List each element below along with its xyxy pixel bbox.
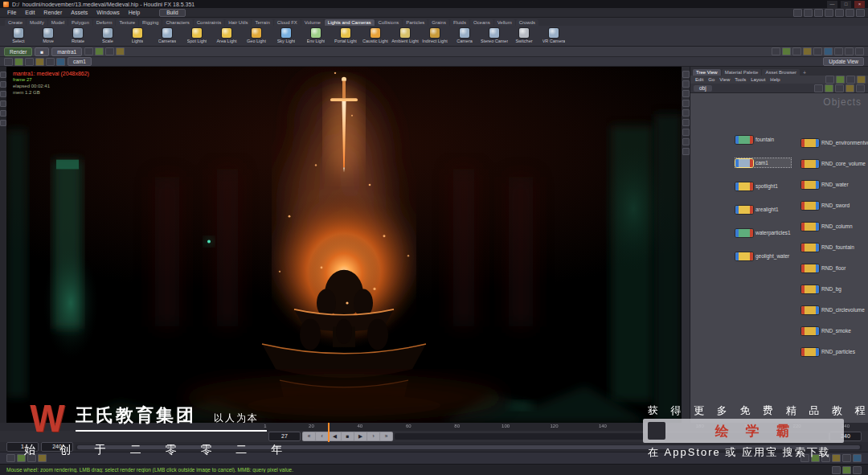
ipr-control-icon[interactable] (834, 47, 843, 55)
menubar-icon[interactable] (845, 9, 854, 17)
network-display-icon[interactable] (814, 84, 823, 92)
ipr-control-icon[interactable] (782, 47, 791, 55)
shelf-tab[interactable]: Oceans (470, 19, 493, 26)
menu-windows[interactable]: Windows (92, 10, 123, 15)
playbar-option-icon[interactable] (6, 454, 15, 462)
camera-dropdown[interactable]: cam1 (68, 57, 92, 66)
playbar-option-icon[interactable] (853, 454, 862, 462)
node-RND_fountain[interactable]: RND_fountain (801, 243, 868, 252)
transport-button[interactable]: ▶ (354, 432, 366, 440)
transport-button[interactable]: ■ (342, 432, 354, 440)
node-arealight1[interactable]: arealight1 (735, 205, 791, 214)
current-frame-field[interactable]: 27 (268, 432, 301, 441)
menu-help[interactable]: Help (125, 10, 144, 15)
shelf-tool-switcher[interactable]: Switcher (510, 28, 538, 43)
viewport-tool-icon[interactable] (682, 129, 690, 136)
menu-assets[interactable]: Assets (67, 10, 92, 15)
network-menu-layout[interactable]: Layout (748, 77, 768, 82)
network-menu-help[interactable]: Help (768, 77, 782, 82)
node-RND_particles[interactable]: RND_particles (801, 347, 868, 356)
shelf-tab[interactable]: Cloud FX (274, 19, 301, 26)
network-menu-go[interactable]: Go (706, 77, 717, 82)
node-cam1[interactable]: cam1 (735, 158, 791, 167)
shelf-tab[interactable]: Deform (93, 19, 116, 26)
playbar-option-icon[interactable] (842, 454, 851, 462)
minimize-button[interactable]: — (827, 1, 837, 8)
ipr-control-icon[interactable] (792, 47, 801, 55)
status-icon[interactable] (842, 466, 851, 474)
viewport-tool-icon[interactable] (682, 100, 690, 107)
network-menu-view[interactable]: View (717, 77, 732, 82)
node-RND_circlevolume[interactable]: RND_circlevolume (801, 305, 868, 314)
transport-button[interactable]: « (303, 432, 315, 440)
render-view-icon[interactable] (116, 47, 125, 55)
network-display-icon[interactable] (835, 84, 844, 92)
render-view-icon[interactable] (95, 47, 104, 55)
shelf-tool-portal-light[interactable]: Portal Light (332, 28, 359, 43)
network-menu-tools[interactable]: Tools (732, 77, 748, 82)
panel-tab[interactable]: Asset Browser (762, 69, 800, 76)
network-canvas[interactable]: Objects fountaincam1spotlight1arealight1… (690, 93, 868, 423)
network-display-icon[interactable] (856, 84, 865, 92)
network-display-icon[interactable] (845, 84, 854, 92)
ipr-control-icon[interactable] (813, 47, 822, 55)
ipr-control-icon[interactable] (845, 47, 854, 55)
viewport-tool-icon[interactable] (682, 138, 690, 145)
network-path[interactable]: obj (694, 85, 712, 92)
network-toolbar-icon[interactable] (836, 76, 845, 84)
shelf-tab[interactable]: Create (5, 19, 26, 26)
ipr-control-icon[interactable] (824, 47, 833, 55)
viewport-tool-icon[interactable] (682, 109, 690, 117)
shelf-tool-env-light[interactable]: Env Light (302, 28, 330, 43)
render-view-icon[interactable] (105, 47, 114, 55)
shelf-tool-area-light[interactable]: Area Light (213, 28, 240, 43)
shelf-tab[interactable]: Texture (116, 19, 138, 26)
snapshot-icon[interactable] (14, 58, 23, 66)
maximize-button[interactable]: □ (841, 1, 851, 8)
node-RND_smoke[interactable]: RND_smoke (801, 326, 868, 335)
node-RND_environmentvolume[interactable]: RND_environmentvolume (801, 138, 868, 147)
snapshot-icon[interactable] (35, 58, 44, 66)
shelf-tab[interactable]: Modify (27, 19, 47, 26)
network-toolbar-icon[interactable] (825, 76, 834, 84)
node-waterparticles1[interactable]: waterparticles1 (735, 228, 791, 237)
shelf-tab[interactable]: Constraints (194, 19, 224, 26)
menubar-icon[interactable] (804, 9, 813, 17)
transport-button[interactable]: » (380, 432, 392, 440)
shelf-tool-cameras[interactable]: Cameras (154, 28, 181, 43)
status-icon[interactable] (853, 466, 862, 474)
node-RND_bg[interactable]: RND_bg (801, 285, 868, 293)
ipr-control-icon[interactable] (772, 47, 780, 55)
viewport-tool-icon[interactable] (682, 119, 690, 126)
shelf-tab[interactable]: Terrain (252, 19, 272, 26)
node-geolight_water[interactable]: geolight_water (735, 252, 791, 260)
left-toolbar-icon[interactable] (0, 100, 6, 107)
playbar-option-icon[interactable] (832, 454, 841, 462)
stop-render-button[interactable]: ■ (35, 47, 49, 56)
shelf-tab[interactable]: Characters (162, 19, 192, 26)
shelf-tool-select[interactable]: Select (5, 28, 32, 43)
snapshot-icon[interactable] (46, 58, 55, 66)
snapshot-icon[interactable] (25, 58, 34, 66)
snapshot-icon[interactable] (56, 58, 65, 66)
status-icon[interactable] (832, 466, 841, 474)
render-view-icon[interactable] (84, 47, 93, 55)
shelf-tool-sky-light[interactable]: Sky Light (272, 28, 300, 43)
shelf-tool-lights[interactable]: Lights (124, 28, 151, 43)
render-button[interactable]: Render (4, 47, 32, 56)
shelf-tab[interactable]: Vellum (494, 19, 515, 26)
update-view-button[interactable]: Update View (823, 57, 864, 66)
shelf-tool-vr-camera[interactable]: VR Camera (540, 28, 567, 43)
ipr-control-icon[interactable] (855, 47, 864, 55)
shelf-tab[interactable]: Grains (428, 19, 449, 26)
shelf-tab[interactable]: Collisions (375, 19, 403, 26)
network-display-icon[interactable] (825, 84, 833, 92)
render-viewport[interactable]: mantra1: medieval (2048x862) frame 27ela… (6, 67, 682, 423)
renderer-dropdown[interactable]: mantra1 (51, 47, 82, 56)
viewport-tool-icon[interactable] (682, 80, 690, 88)
shelf-tab[interactable]: Hair Utils (225, 19, 251, 26)
shelf-tab[interactable]: Rigging (139, 19, 162, 26)
menubar-icon[interactable] (835, 9, 844, 17)
shelf-tool-spot-light[interactable]: Spot Light (183, 28, 211, 43)
shelf-tool-scale[interactable]: Scale (94, 28, 121, 43)
